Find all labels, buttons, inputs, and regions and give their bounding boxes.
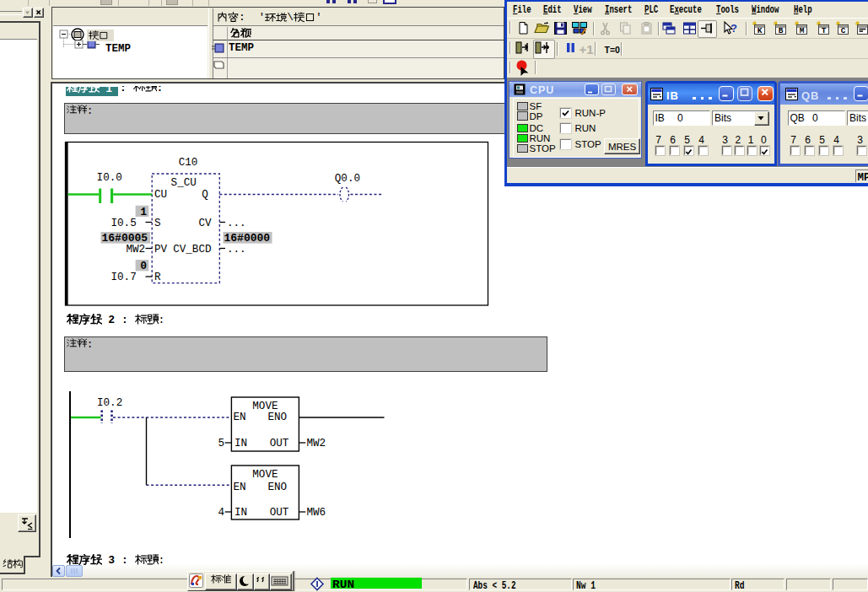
- svg-text:B: B: [779, 26, 784, 35]
- svg-text:4: 4: [218, 507, 224, 519]
- svg-text:M: M: [800, 26, 805, 35]
- svg-text:IN: IN: [235, 438, 247, 449]
- svg-text:C: C: [841, 26, 846, 35]
- svg-text:EN: EN: [234, 482, 246, 493]
- svg-text:MW6: MW6: [307, 507, 326, 519]
- svg-text:MW2: MW2: [127, 244, 146, 256]
- svg-text:1: 1: [140, 206, 147, 218]
- svg-text:I0.5: I0.5: [111, 218, 137, 229]
- svg-text:T: T: [821, 26, 826, 35]
- svg-text:5: 5: [218, 438, 224, 449]
- svg-text:PV: PV: [154, 244, 168, 256]
- svg-text:OUT: OUT: [270, 438, 289, 449]
- svg-text:I0.2: I0.2: [97, 397, 122, 409]
- svg-text:Q: Q: [202, 189, 208, 201]
- svg-text:...: ...: [227, 218, 246, 229]
- svg-text:EN: EN: [234, 412, 246, 423]
- svg-text:CU: CU: [154, 189, 167, 201]
- svg-text:K: K: [757, 26, 763, 35]
- svg-text:0: 0: [140, 260, 147, 272]
- svg-text:CV: CV: [198, 218, 212, 229]
- svg-text:ENO: ENO: [268, 412, 288, 423]
- svg-text:C10: C10: [179, 157, 198, 169]
- svg-text:Q0.0: Q0.0: [335, 173, 360, 185]
- svg-text:?: ?: [731, 22, 737, 35]
- svg-text:CV_BCD: CV_BCD: [173, 244, 211, 256]
- svg-text:OUT: OUT: [270, 507, 289, 519]
- svg-text:I0.0: I0.0: [97, 172, 122, 184]
- svg-text:ENO: ENO: [268, 482, 288, 493]
- svg-text:...: ...: [227, 244, 246, 256]
- svg-text:I0.7: I0.7: [111, 272, 137, 283]
- svg-text:MOVE: MOVE: [252, 469, 278, 481]
- svg-text:MW2: MW2: [307, 438, 326, 449]
- svg-text:MOVE: MOVE: [252, 401, 278, 412]
- svg-text:S_CU: S_CU: [171, 177, 197, 189]
- svg-text:S: S: [154, 218, 161, 229]
- svg-text:IN: IN: [235, 507, 247, 519]
- svg-text:R: R: [154, 272, 161, 283]
